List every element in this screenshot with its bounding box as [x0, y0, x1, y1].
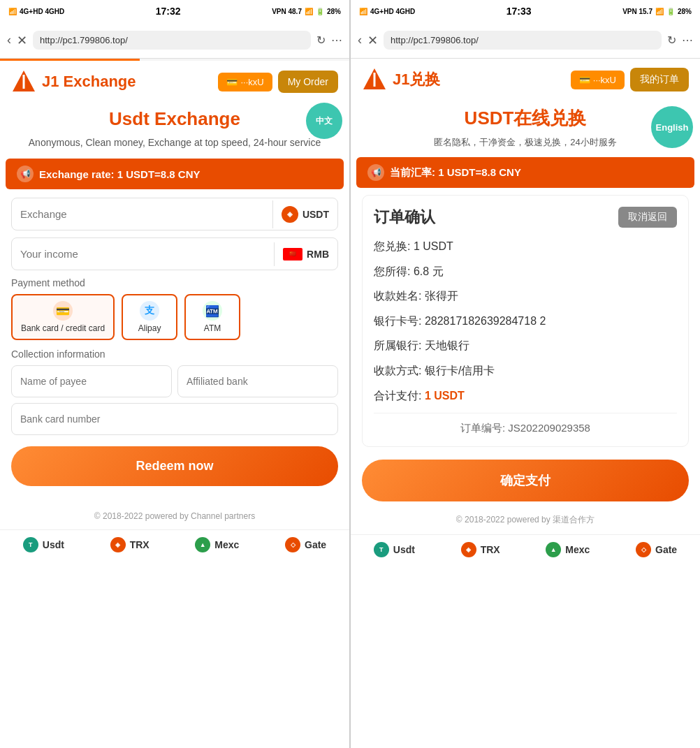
right-vpn-badge: VPN 15.7 — [622, 8, 652, 15]
order-header: 订单确认 取消返回 — [374, 207, 677, 228]
lang-label: 中文 — [316, 115, 333, 127]
wifi-icon: 📶 — [305, 8, 313, 15]
more-button[interactable]: ⋯ — [331, 34, 342, 47]
total-row: 合计支付: 1 USDT — [374, 387, 677, 405]
order-confirm-box: 订单确认 取消返回 您兑换: 1 USDT 您所得: 6.8 元 收款姓名: 张… — [362, 195, 689, 447]
close-button[interactable]: ✕ — [17, 33, 27, 48]
right-mexc-coin-icon: ▲ — [546, 542, 561, 557]
right-url-bar[interactable] — [384, 31, 662, 50]
alipay-label: Alipay — [138, 323, 161, 333]
right-language-toggle[interactable]: English — [651, 106, 693, 148]
left-app-header: J1 Exchange 💳 ···kxU My Order — [0, 61, 349, 103]
right-coin-usdt[interactable]: T Usdt — [374, 542, 415, 557]
left-time: 17:32 — [156, 6, 181, 17]
right-hero-subtitle: 匿名隐私，干净资金，极速兑换，24小时服务 — [362, 136, 689, 149]
exchange-input-row: ◈ USDT — [11, 198, 338, 230]
right-battery-icon: 🔋 — [666, 8, 675, 15]
usdt-badge: ◈ USDT — [272, 200, 337, 228]
mexc-coin-label: Mexc — [214, 539, 239, 550]
coin-usdt[interactable]: T Usdt — [23, 537, 64, 552]
right-browser-bar: ‹ ✕ ↻ ⋯ — [351, 22, 700, 59]
right-usdt-coin-label: Usdt — [393, 544, 415, 555]
right-gate-coin-label: Gate — [655, 544, 677, 555]
left-form: ◈ USDT 🇨🇳 RMB Payment method 💳 Bank card… — [0, 189, 349, 506]
url-bar[interactable] — [33, 31, 311, 50]
right-signal: 📶 4G+HD 4GHD — [359, 8, 415, 15]
rmb-flag: 🇨🇳 — [283, 248, 302, 261]
right-hero-title: USDT在线兑换 — [362, 106, 689, 131]
trx-coin-icon: ◈ — [110, 537, 126, 552]
payee-name-input[interactable] — [11, 365, 172, 397]
collection-row — [11, 365, 338, 397]
income-input[interactable] — [12, 238, 274, 270]
atm-button[interactable]: 🏧 ATM — [184, 294, 240, 340]
cancel-return-button[interactable]: 取消返回 — [618, 207, 677, 228]
wallet-icon: 💳 — [226, 77, 238, 87]
order-number: 订单编号: JS202209029358 — [374, 413, 677, 435]
exchange-row: 您兑换: 1 USDT — [374, 237, 677, 256]
order-button[interactable]: My Order — [278, 71, 338, 93]
right-wifi-icon: 📶 — [655, 8, 664, 15]
affiliated-bank-input[interactable] — [177, 365, 338, 397]
redeem-button[interactable]: Redeem now — [11, 446, 338, 486]
left-footer: © 2018-2022 powered by Channel partners — [0, 506, 349, 529]
mexc-coin-icon: ▲ — [195, 537, 210, 552]
right-page-content: J1兑换 💳 ···kxU 我的订单 USDT在线兑换 匿名隐私，干净资金，极速… — [351, 59, 700, 748]
right-order-button[interactable]: 我的订单 — [630, 68, 689, 91]
total-amount: 1 USDT — [425, 390, 465, 402]
right-wallet-button[interactable]: 💳 ···kxU — [571, 71, 625, 89]
right-app-header: J1兑换 💳 ···kxU 我的订单 — [351, 59, 700, 101]
exchange-input[interactable] — [12, 198, 272, 230]
right-coin-trx[interactable]: ◈ TRX — [461, 542, 500, 557]
signal-icon: 📶 — [8, 8, 17, 15]
coin-mexc[interactable]: ▲ Mexc — [195, 537, 239, 552]
coin-trx[interactable]: ◈ TRX — [110, 537, 150, 552]
card-number-row: 银行卡号: 282817182639284718 2 — [374, 312, 677, 330]
payment-label: Payment method — [11, 277, 338, 288]
collection-label: Collection information — [11, 349, 338, 360]
left-signal: 📶 4G+HD 4GHD — [8, 8, 64, 15]
coin-gate[interactable]: ◇ Gate — [285, 537, 326, 552]
right-more-button[interactable]: ⋯ — [682, 34, 693, 47]
usdt-icon: ◈ — [282, 206, 298, 223]
bank-card-number-input[interactable] — [11, 403, 338, 435]
order-section: 订单确认 取消返回 您兑换: 1 USDT 您所得: 6.8 元 收款姓名: 张… — [351, 188, 700, 508]
usdt-coin-label: Usdt — [43, 539, 64, 550]
atm-label: ATM — [204, 323, 221, 333]
logo-icon — [11, 69, 36, 94]
right-usdt-coin-icon: T — [374, 542, 389, 557]
battery-icon: 🔋 — [316, 8, 324, 15]
bank-label: Bank card / credit card — [21, 323, 105, 333]
right-close-button[interactable]: ✕ — [367, 33, 378, 48]
language-toggle[interactable]: 中文 — [306, 103, 342, 139]
confirm-pay-button[interactable]: 确定支付 — [362, 460, 689, 501]
left-browser-bar: ‹ ✕ ↻ ⋯ — [0, 22, 349, 59]
left-status-bar: 📶 4G+HD 4GHD 17:32 VPN 48.7 📶 🔋 28% — [0, 0, 349, 22]
right-coin-gate[interactable]: ◇ Gate — [636, 542, 677, 557]
back-button[interactable]: ‹ — [7, 33, 11, 47]
wallet-button[interactable]: 💳 ···kxU — [218, 73, 272, 91]
trx-coin-label: TRX — [130, 539, 150, 550]
right-reload-button[interactable]: ↻ — [667, 34, 676, 47]
right-gate-coin-icon: ◇ — [636, 542, 651, 557]
order-title: 订单确认 — [374, 207, 435, 228]
receive-row: 您所得: 6.8 元 — [374, 263, 677, 281]
usdt-label: USDT — [302, 209, 329, 220]
alipay-button[interactable]: 支 Alipay — [122, 294, 177, 340]
reload-button[interactable]: ↻ — [316, 34, 326, 47]
right-hero: USDT在线兑换 匿名隐私，干净资金，极速兑换，24小时服务 English — [351, 101, 700, 157]
speaker-icon: 📢 — [17, 166, 34, 182]
right-lang-label: English — [656, 122, 689, 133]
right-coins-bar: T Usdt ◈ TRX ▲ Mexc ◇ Gate — [351, 534, 700, 564]
right-speaker-icon: 📢 — [367, 164, 384, 181]
rate-text: Exchange rate: 1 USDT=8.8 CNY — [39, 168, 200, 180]
alipay-icon: 支 — [140, 301, 159, 321]
payee-name-row: 收款姓名: 张得开 — [374, 287, 677, 305]
right-back-button[interactable]: ‹ — [358, 33, 362, 47]
bank-card-button[interactable]: 💳 Bank card / credit card — [11, 294, 115, 340]
right-logo-text: J1兑换 — [393, 69, 440, 90]
right-wallet-icon: 💳 — [579, 75, 590, 85]
right-logo-icon — [362, 67, 387, 92]
right-coin-mexc[interactable]: ▲ Mexc — [546, 542, 590, 557]
right-time: 17:33 — [506, 6, 532, 17]
